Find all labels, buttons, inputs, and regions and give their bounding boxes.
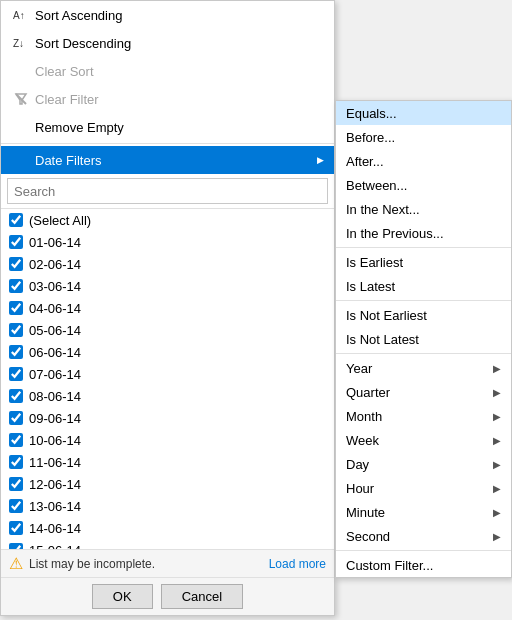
status-text: List may be incomplete. bbox=[29, 557, 269, 571]
month-submenu-arrow: ▶ bbox=[493, 411, 501, 422]
left-dropdown-panel: A↑Sort AscendingZ↓Sort DescendingClear S… bbox=[0, 0, 335, 616]
right-menu-item-month[interactable]: Month▶ bbox=[336, 404, 511, 428]
sort-desc-label: Sort Descending bbox=[35, 36, 131, 51]
checkbox-item-d13[interactable]: 13-06-14 bbox=[1, 495, 334, 517]
checkbox-item-d14[interactable]: 14-06-14 bbox=[1, 517, 334, 539]
right-menu-label-second: Second bbox=[346, 529, 390, 544]
checkbox-label-d8: 08-06-14 bbox=[29, 389, 81, 404]
hour-submenu-arrow: ▶ bbox=[493, 483, 501, 494]
right-menu-item-between[interactable]: Between... bbox=[336, 173, 511, 197]
menu-item-remove-empty[interactable]: Remove Empty bbox=[1, 113, 334, 141]
right-menu-item-equals[interactable]: Equals... bbox=[336, 101, 511, 125]
right-menu-item-in-the-previous[interactable]: In the Previous... bbox=[336, 221, 511, 245]
checkbox-item-select-all[interactable]: (Select All) bbox=[1, 209, 334, 231]
right-menu-label-is-latest: Is Latest bbox=[346, 279, 395, 294]
day-submenu-arrow: ▶ bbox=[493, 459, 501, 470]
checkbox-label-d4: 04-06-14 bbox=[29, 301, 81, 316]
checkbox-item-d3[interactable]: 03-06-14 bbox=[1, 275, 334, 297]
right-menu-label-week: Week bbox=[346, 433, 379, 448]
separator-before-date-filters bbox=[1, 143, 334, 144]
checkbox-d4[interactable] bbox=[9, 301, 23, 315]
checkbox-label-d13: 13-06-14 bbox=[29, 499, 81, 514]
right-menu-label-in-the-previous: In the Previous... bbox=[346, 226, 444, 241]
right-menu-label-minute: Minute bbox=[346, 505, 385, 520]
right-menu-item-custom-filter[interactable]: Custom Filter... bbox=[336, 553, 511, 577]
right-menu-item-year[interactable]: Year▶ bbox=[336, 356, 511, 380]
right-menu-item-second[interactable]: Second▶ bbox=[336, 524, 511, 548]
button-bar: OK Cancel bbox=[1, 577, 334, 615]
checkbox-label-d7: 07-06-14 bbox=[29, 367, 81, 382]
checkbox-item-d9[interactable]: 09-06-14 bbox=[1, 407, 334, 429]
right-menu-item-is-not-latest[interactable]: Is Not Latest bbox=[336, 327, 511, 351]
cancel-button[interactable]: Cancel bbox=[161, 584, 243, 609]
checkbox-item-d5[interactable]: 05-06-14 bbox=[1, 319, 334, 341]
week-submenu-arrow: ▶ bbox=[493, 435, 501, 446]
right-menu-item-day[interactable]: Day▶ bbox=[336, 452, 511, 476]
search-container bbox=[1, 174, 334, 209]
menu-item-sort-desc[interactable]: Z↓Sort Descending bbox=[1, 29, 334, 57]
right-menu-label-custom-filter: Custom Filter... bbox=[346, 558, 433, 573]
top-menu-items: A↑Sort AscendingZ↓Sort DescendingClear S… bbox=[1, 1, 334, 174]
right-menu-label-is-not-earliest: Is Not Earliest bbox=[346, 308, 427, 323]
minute-submenu-arrow: ▶ bbox=[493, 507, 501, 518]
right-menu-item-week[interactable]: Week▶ bbox=[336, 428, 511, 452]
right-menu-item-before[interactable]: Before... bbox=[336, 125, 511, 149]
menu-item-clear-filter: Clear Filter bbox=[1, 85, 334, 113]
right-menu-item-is-latest[interactable]: Is Latest bbox=[336, 274, 511, 298]
checkbox-d9[interactable] bbox=[9, 411, 23, 425]
checkbox-label-d2: 02-06-14 bbox=[29, 257, 81, 272]
right-menu-item-hour[interactable]: Hour▶ bbox=[336, 476, 511, 500]
checkbox-d7[interactable] bbox=[9, 367, 23, 381]
remove-empty-icon bbox=[11, 117, 31, 137]
checkbox-d13[interactable] bbox=[9, 499, 23, 513]
status-bar: ⚠ List may be incomplete. Load more bbox=[1, 549, 334, 577]
ok-button[interactable]: OK bbox=[92, 584, 153, 609]
checkbox-label-d14: 14-06-14 bbox=[29, 521, 81, 536]
clear-filter-icon bbox=[11, 89, 31, 109]
checkbox-d1[interactable] bbox=[9, 235, 23, 249]
right-menu-item-minute[interactable]: Minute▶ bbox=[336, 500, 511, 524]
right-separator-sep2 bbox=[336, 300, 511, 301]
checkbox-d6[interactable] bbox=[9, 345, 23, 359]
date-filters-submenu-arrow: ▶ bbox=[317, 155, 324, 165]
search-input[interactable] bbox=[7, 178, 328, 204]
checkbox-item-d15[interactable]: 15-06-14 bbox=[1, 539, 334, 549]
right-menu-label-before: Before... bbox=[346, 130, 395, 145]
checkbox-select-all[interactable] bbox=[9, 213, 23, 227]
load-more-link[interactable]: Load more bbox=[269, 557, 326, 571]
checkbox-item-d10[interactable]: 10-06-14 bbox=[1, 429, 334, 451]
right-menu-label-month: Month bbox=[346, 409, 382, 424]
right-menu-item-quarter[interactable]: Quarter▶ bbox=[336, 380, 511, 404]
checkbox-item-d1[interactable]: 01-06-14 bbox=[1, 231, 334, 253]
year-submenu-arrow: ▶ bbox=[493, 363, 501, 374]
right-menu-item-after[interactable]: After... bbox=[336, 149, 511, 173]
checkbox-item-d7[interactable]: 07-06-14 bbox=[1, 363, 334, 385]
checkbox-item-d11[interactable]: 11-06-14 bbox=[1, 451, 334, 473]
menu-item-clear-sort: Clear Sort bbox=[1, 57, 334, 85]
checkbox-item-d4[interactable]: 04-06-14 bbox=[1, 297, 334, 319]
checkbox-label-d9: 09-06-14 bbox=[29, 411, 81, 426]
svg-text:Z↓: Z↓ bbox=[13, 38, 24, 49]
checkbox-d12[interactable] bbox=[9, 477, 23, 491]
right-menu-label-in-the-next: In the Next... bbox=[346, 202, 420, 217]
checkbox-d10[interactable] bbox=[9, 433, 23, 447]
checkbox-list[interactable]: (Select All)01-06-1402-06-1403-06-1404-0… bbox=[1, 209, 334, 549]
checkbox-item-d6[interactable]: 06-06-14 bbox=[1, 341, 334, 363]
checkbox-d11[interactable] bbox=[9, 455, 23, 469]
checkbox-d15[interactable] bbox=[9, 543, 23, 549]
checkbox-d14[interactable] bbox=[9, 521, 23, 535]
right-menu-item-in-the-next[interactable]: In the Next... bbox=[336, 197, 511, 221]
checkbox-item-d2[interactable]: 02-06-14 bbox=[1, 253, 334, 275]
checkbox-d3[interactable] bbox=[9, 279, 23, 293]
right-menu-label-quarter: Quarter bbox=[346, 385, 390, 400]
menu-item-date-filters[interactable]: Date Filters▶ bbox=[1, 146, 334, 174]
checkbox-item-d12[interactable]: 12-06-14 bbox=[1, 473, 334, 495]
checkbox-d2[interactable] bbox=[9, 257, 23, 271]
menu-item-sort-asc[interactable]: A↑Sort Ascending bbox=[1, 1, 334, 29]
checkbox-label-select-all: (Select All) bbox=[29, 213, 91, 228]
right-menu-item-is-earliest[interactable]: Is Earliest bbox=[336, 250, 511, 274]
checkbox-d8[interactable] bbox=[9, 389, 23, 403]
checkbox-item-d8[interactable]: 08-06-14 bbox=[1, 385, 334, 407]
checkbox-d5[interactable] bbox=[9, 323, 23, 337]
right-menu-item-is-not-earliest[interactable]: Is Not Earliest bbox=[336, 303, 511, 327]
